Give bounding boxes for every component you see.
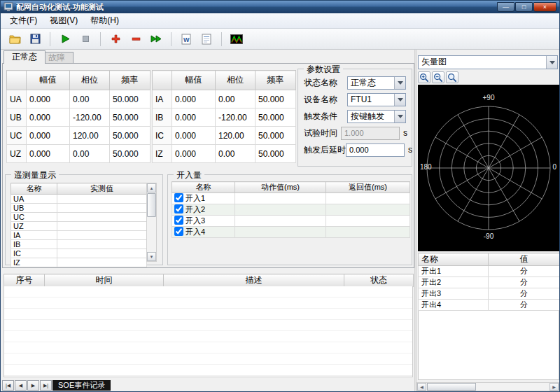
output-name: 开出3 [419, 288, 489, 300]
tab-soe-event-record[interactable]: SOE事件记录 [52, 380, 111, 391]
zoom-reset-button[interactable] [446, 71, 458, 83]
zoom-out-button[interactable] [432, 71, 444, 83]
trigger-condition-combobox[interactable]: 按键触发 [347, 110, 406, 123]
column-header: 幅值 [27, 71, 70, 90]
toolbar-separator [100, 32, 101, 46]
grid-cell[interactable]: 0.000 [27, 145, 70, 163]
save-file-button[interactable] [27, 31, 43, 48]
grid-cell[interactable]: 0.000 [27, 108, 70, 127]
minimize-button[interactable]: — [497, 2, 514, 12]
remove-state-button[interactable] [127, 31, 144, 48]
maximize-button[interactable]: □ [515, 2, 533, 12]
waveform-view-button[interactable] [228, 31, 245, 48]
toolbar-separator [221, 32, 222, 46]
grid-cell[interactable]: 0.00 [216, 90, 255, 108]
telemetry-scrollbar[interactable]: ▲ ▼ [146, 183, 157, 262]
corner-cell [153, 71, 172, 90]
grid-cell[interactable]: 120.00 [70, 127, 110, 145]
grid-cell[interactable]: 50.000 [255, 145, 296, 163]
grid-cell[interactable]: 0.000 [172, 90, 216, 108]
digital-input-checkbox[interactable] [174, 204, 183, 214]
grid-cell[interactable]: 50.000 [110, 108, 150, 127]
scrollbar-thumb[interactable] [147, 193, 156, 217]
column-header: 状态 [344, 274, 414, 287]
chevron-down-icon[interactable] [394, 94, 405, 106]
table-row: 开出4分 [419, 300, 560, 311]
scroll-left-arrow[interactable]: ◀ [417, 383, 426, 391]
menu-help[interactable]: 帮助(H) [84, 13, 125, 28]
panel-splitter[interactable] [414, 50, 416, 391]
output-value: 分 [489, 300, 560, 311]
empty-row [4, 331, 412, 342]
grid-cell[interactable]: 50.000 [110, 145, 150, 163]
trigger-condition-label: 触发条件 [304, 111, 347, 122]
grid-cell[interactable]: 0.000 [172, 127, 216, 145]
grid-cell[interactable]: 120.00 [216, 127, 255, 145]
first-page-button[interactable]: |◀ [2, 380, 14, 391]
column-header: 序号 [4, 274, 45, 287]
test-duration-label: 试验时间 [304, 127, 341, 139]
axis-label-bottom: -90 [484, 232, 493, 240]
grid-cell[interactable]: 0.000 [172, 145, 216, 163]
chevron-down-icon[interactable] [394, 111, 405, 122]
state-name-label: 状态名称 [304, 77, 347, 89]
grid-cell[interactable]: 0.00 [216, 145, 255, 163]
export-word-report-button[interactable]: W [178, 31, 195, 48]
close-button[interactable]: × [533, 2, 556, 12]
prev-page-button[interactable]: ◀ [15, 380, 27, 391]
grid-cell[interactable]: 50.000 [110, 90, 150, 108]
right-panel-hscrollbar[interactable]: ◀ ▶ [416, 382, 559, 391]
grid-cell[interactable]: 0.00 [70, 90, 110, 108]
waveform-icon [230, 34, 243, 44]
tab-normal-state[interactable]: 正常态 [4, 50, 46, 64]
scroll-right-arrow[interactable]: ▶ [550, 383, 559, 391]
table-row: 开入3 [172, 216, 410, 227]
grid-cell[interactable]: -120.00 [70, 108, 110, 127]
axis-label-top: +90 [483, 94, 495, 102]
add-state-button[interactable] [107, 31, 124, 48]
trigger-delay-field[interactable] [346, 144, 405, 157]
test-duration-field[interactable] [341, 127, 400, 140]
grid-cell[interactable]: 50.000 [255, 127, 296, 145]
scrollbar-thumb[interactable] [427, 383, 476, 391]
run-sequence-button[interactable] [148, 31, 164, 48]
digital-input-checkbox[interactable] [174, 216, 183, 225]
view-selector-combobox[interactable]: 矢量图 [418, 55, 558, 69]
grid-cell[interactable]: 0.000 [172, 108, 216, 127]
output-value: 分 [489, 277, 560, 288]
last-page-button[interactable]: ▶| [40, 380, 52, 391]
output-value: 分 [489, 288, 560, 300]
scroll-up-arrow[interactable]: ▲ [147, 183, 156, 192]
next-page-button[interactable]: ▶ [27, 380, 39, 391]
device-name-combobox[interactable]: FTU1 [347, 93, 406, 106]
play-icon [60, 34, 71, 44]
grid-cell[interactable]: -120.00 [216, 108, 255, 127]
start-test-button[interactable] [57, 31, 74, 48]
table-row: IA [11, 231, 147, 240]
return-value-cell [326, 193, 410, 204]
digital-input-checkbox[interactable] [174, 227, 183, 236]
return-value-cell [326, 204, 410, 216]
state-name-combobox[interactable]: 正常态 [347, 76, 406, 90]
table-row: UA 0.000 0.00 50.000 [7, 90, 150, 108]
digital-input-checkbox[interactable] [174, 193, 183, 202]
grid-cell[interactable]: 50.000 [110, 127, 150, 145]
grid-cell[interactable]: 50.000 [255, 108, 296, 127]
report-preview-button[interactable] [198, 31, 215, 48]
zoom-in-button[interactable] [418, 71, 430, 83]
action-value-cell [235, 227, 326, 238]
output-table: 名称 值 开出1分 开出2分 开出3分 开出4分 [418, 253, 560, 311]
grid-cell[interactable]: 0.000 [27, 90, 70, 108]
row-header: UC [7, 127, 27, 145]
chevron-down-icon[interactable] [546, 56, 557, 69]
grid-cell[interactable]: 0.00 [70, 145, 110, 163]
grid-cell[interactable]: 0.000 [27, 127, 70, 145]
stop-test-button[interactable] [77, 31, 94, 48]
menu-view[interactable]: 视图(V) [43, 13, 84, 28]
table-row: 开入1 [172, 193, 410, 204]
chevron-down-icon[interactable] [394, 77, 405, 89]
grid-cell[interactable]: 50.000 [255, 90, 296, 108]
scroll-down-arrow[interactable]: ▼ [147, 252, 156, 261]
open-file-button[interactable] [6, 31, 23, 48]
menu-file[interactable]: 文件(F) [4, 13, 43, 28]
